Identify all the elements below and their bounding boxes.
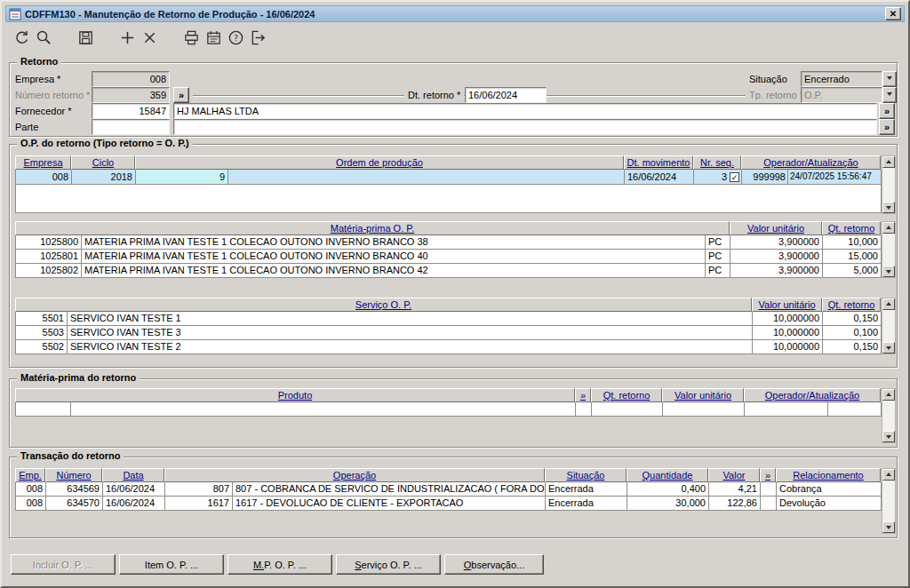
column-header-dt-movimento[interactable]: Dt. movimento xyxy=(624,155,693,170)
table-row[interactable]: 5502 SERVICO IVAN TESTE 2 10,000000 0,15… xyxy=(15,340,895,354)
column-header-emp[interactable]: Emp. xyxy=(15,468,45,482)
servico-op-grid-scrollbar[interactable] xyxy=(882,298,896,354)
cell-ordem-rest xyxy=(228,170,624,184)
column-header-data[interactable]: Data xyxy=(102,468,164,482)
mp-op-grid-header: Matéria-prima O. P. Valor unitário Qt. r… xyxy=(15,221,895,235)
undo-button[interactable] xyxy=(11,27,33,49)
chevron-down-icon[interactable] xyxy=(882,71,897,87)
scroll-down-button[interactable] xyxy=(882,521,895,533)
app-icon xyxy=(9,8,21,20)
op-grid-scrollbar[interactable] xyxy=(882,155,896,214)
mp-op-grid-scrollbar[interactable] xyxy=(882,221,896,278)
empresa-field[interactable]: 008 xyxy=(92,71,170,87)
table-row[interactable]: 008 634569 16/06/2024 807 807 - COBRANCA… xyxy=(15,482,895,497)
scroll-up-button[interactable] xyxy=(882,298,895,310)
arrow-up-icon xyxy=(886,299,891,306)
column-header-qt-retorno[interactable]: Qt. retorno xyxy=(822,221,881,235)
column-header-valor-unitario[interactable]: Valor unitário xyxy=(730,221,822,235)
column-header-valor[interactable]: Valor xyxy=(708,468,760,482)
parte-code-field[interactable] xyxy=(92,119,170,135)
fornecedor-name-field[interactable]: HJ MALHAS LTDA xyxy=(173,103,877,119)
column-header-situacao[interactable]: Situação xyxy=(545,468,627,482)
column-header-ciclo[interactable]: Ciclo xyxy=(71,155,135,170)
scroll-down-button[interactable] xyxy=(882,266,895,277)
op-grid-row[interactable]: 008 2018 9 16/06/2024 3 ✓ 999998 24/07/2… xyxy=(15,170,895,185)
scroll-down-button[interactable] xyxy=(882,342,895,354)
arrow-down-icon xyxy=(886,270,891,276)
scroll-down-button[interactable] xyxy=(882,431,895,442)
cell-codigo: 1025801 xyxy=(16,250,82,264)
column-header-lookup[interactable]: » xyxy=(760,468,776,482)
mp-retorno-grid-scrollbar[interactable] xyxy=(882,388,896,443)
group-transacao-legend: Transação do retorno xyxy=(17,450,124,461)
servico-op-button[interactable]: Serviço O. P. ... xyxy=(336,554,441,575)
numero-lookup-button[interactable]: » xyxy=(173,87,189,103)
numero-retorno-field[interactable]: 359 xyxy=(92,87,170,103)
column-header-operacao[interactable]: Operação xyxy=(164,468,545,482)
group-transacao: Transação do retorno Emp. Número Data Op… xyxy=(9,457,898,538)
table-row-empty[interactable] xyxy=(15,402,895,417)
arrow-up-icon xyxy=(886,470,891,476)
scroll-up-button[interactable] xyxy=(882,389,895,401)
mp-retorno-grid: Produto » Qt. retorno Valor unitário Ope… xyxy=(15,388,895,417)
search-button[interactable] xyxy=(33,27,55,49)
op-grid-header: Empresa Ciclo Ordem de produção Dt. movi… xyxy=(15,155,895,170)
column-header-numero[interactable]: Número xyxy=(45,468,102,482)
ordem-edit-cell[interactable]: 9 xyxy=(136,170,228,184)
column-header-nr-seq[interactable]: Nr. seq. xyxy=(693,155,741,170)
column-header-qt-retorno[interactable]: Qt. retorno xyxy=(822,298,881,312)
item-op-button[interactable]: Item O. P. ... xyxy=(119,554,224,575)
parte-name-field[interactable] xyxy=(173,119,877,135)
save-button[interactable] xyxy=(75,27,97,49)
exit-icon xyxy=(250,29,267,46)
column-header-operador[interactable]: Operador/Atualização xyxy=(744,388,881,402)
situacao-combo[interactable]: Encerrado xyxy=(801,71,897,87)
fornecedor-lookup-button[interactable]: » xyxy=(879,103,895,119)
column-header-quantidade[interactable]: Quantidade xyxy=(627,468,708,482)
cell-valor xyxy=(663,402,745,417)
column-header-operador[interactable]: Operador/Atualização xyxy=(741,155,881,170)
table-row[interactable]: 1025800 MATERIA PRIMA IVAN TESTE 1 COLEC… xyxy=(15,235,895,250)
column-header-materia-prima[interactable]: Matéria-prima O. P. xyxy=(15,221,730,235)
observacao-button[interactable]: Observação... xyxy=(444,554,544,575)
column-header-relacionamento[interactable]: Relacionamento xyxy=(776,468,881,482)
group-retorno-legend: Retorno xyxy=(17,56,61,67)
column-header-ordem[interactable]: Ordem de produção xyxy=(135,155,624,170)
column-header-valor-unitario[interactable]: Valor unitário xyxy=(752,298,822,312)
plus-icon xyxy=(119,29,136,46)
column-header-valor-unitario[interactable]: Valor unitário xyxy=(662,388,744,402)
nr-seq-value: 3 xyxy=(722,170,727,184)
scroll-up-button[interactable] xyxy=(882,156,895,168)
table-row[interactable]: 008 634570 16/06/2024 1617 1617 - DEVOLU… xyxy=(15,497,895,511)
column-header-empresa[interactable]: Empresa xyxy=(15,155,71,170)
exit-button[interactable] xyxy=(247,27,269,49)
transacao-grid-scrollbar[interactable] xyxy=(882,468,896,534)
table-row[interactable]: 1025801 MATERIA PRIMA IVAN TESTE 1 COLEC… xyxy=(15,250,895,264)
add-button[interactable] xyxy=(116,27,139,49)
table-row[interactable]: 5501 SERVICO IVAN TESTE 1 10,000000 0,15… xyxy=(15,312,895,326)
delete-button[interactable] xyxy=(139,27,161,49)
window-title: CDFFM130 - Manutenção de Retorno de Prod… xyxy=(25,9,315,20)
close-button[interactable]: ✕ xyxy=(885,7,901,20)
checkbox-checked[interactable]: ✓ xyxy=(730,172,739,182)
scroll-up-button[interactable] xyxy=(882,222,895,234)
calendar-button[interactable] xyxy=(203,27,225,49)
scroll-down-button[interactable] xyxy=(882,202,895,213)
print-button[interactable] xyxy=(180,27,203,49)
column-header-qt-retorno[interactable]: Qt. retorno xyxy=(591,388,662,402)
cell-valor: 3,900000 xyxy=(730,264,823,278)
column-header-lookup[interactable]: » xyxy=(575,388,591,402)
mp-op-button[interactable]: M.P. O. P. ... xyxy=(228,554,332,575)
fornecedor-code-field[interactable]: 15847 xyxy=(92,103,170,119)
help-button[interactable]: ? xyxy=(225,27,247,49)
dt-retorno-field[interactable]: 16/06/2024 xyxy=(465,87,547,103)
table-row[interactable]: 1025802 MATERIA PRIMA IVAN TESTE 1 COLEC… xyxy=(15,264,895,278)
cell-codigo: 1025800 xyxy=(16,235,82,250)
column-header-servico[interactable]: Serviço O. P. xyxy=(15,298,752,312)
scroll-up-button[interactable] xyxy=(882,469,895,481)
table-row[interactable]: 5503 SERVICO IVAN TESTE 3 10,000000 0,10… xyxy=(15,326,895,340)
column-header-produto[interactable]: Produto xyxy=(15,388,575,402)
fornecedor-label: Fornecedor * xyxy=(15,103,72,119)
cell-codigo: 1025802 xyxy=(16,264,82,278)
parte-lookup-button[interactable]: » xyxy=(879,119,895,135)
